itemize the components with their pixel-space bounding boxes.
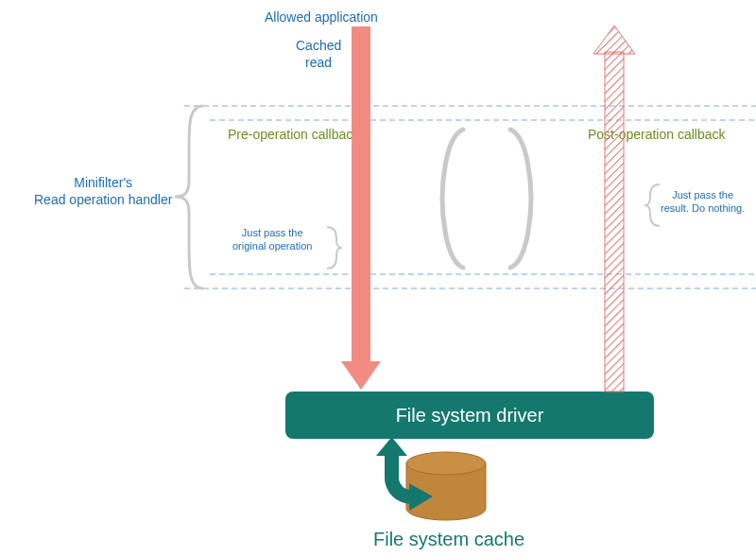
dashed-region-lines [184, 106, 756, 288]
svg-marker-8 [593, 26, 635, 54]
brace-small-left [327, 227, 342, 269]
arrow-down-pink [341, 26, 381, 390]
svg-point-9 [406, 452, 486, 475]
cylinder-file-system-cache [406, 452, 486, 520]
svg-rect-5 [352, 26, 370, 363]
svg-marker-6 [341, 361, 381, 390]
arrow-up-hatched [593, 26, 635, 392]
brace-small-right [644, 184, 660, 226]
bracket-middle-right [510, 130, 531, 268]
svg-rect-7 [605, 52, 624, 392]
svg-marker-10 [376, 437, 407, 456]
diagram-svg [0, 0, 756, 557]
brace-large-left [175, 106, 203, 288]
bracket-middle-left [442, 130, 463, 268]
